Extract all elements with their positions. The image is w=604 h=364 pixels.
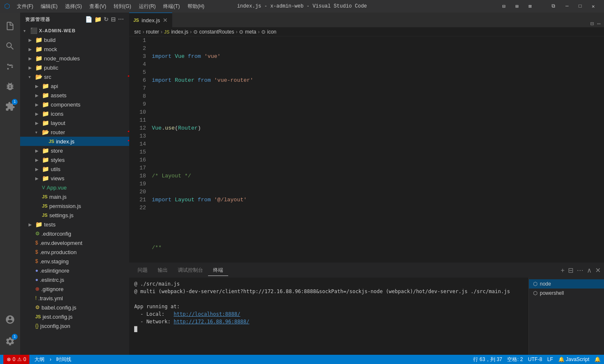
tree-item-components[interactable]: ▶ 📁 components bbox=[20, 100, 129, 109]
breadcrumb-router[interactable]: router bbox=[146, 29, 159, 35]
breadcrumb-icon[interactable]: icon bbox=[267, 29, 276, 35]
menu-selection[interactable]: 选择(S) bbox=[62, 2, 85, 11]
add-terminal-icon[interactable]: + bbox=[561, 267, 565, 274]
menu-view[interactable]: 查看(V) bbox=[86, 2, 109, 11]
close-panel-icon[interactable]: ✕ bbox=[595, 266, 601, 274]
activity-files[interactable] bbox=[0, 16, 20, 36]
more-terminal-icon[interactable]: ⋯ bbox=[577, 266, 583, 274]
close-button[interactable]: ✕ bbox=[587, 2, 600, 11]
status-timeline[interactable]: 时间线 bbox=[56, 356, 71, 363]
tree-item-env-staging[interactable]: ▶ $ .env.staging bbox=[20, 257, 129, 266]
folder-icon: 📁 bbox=[35, 36, 42, 43]
activity-extensions[interactable]: 1 bbox=[0, 96, 20, 117]
terminal-instance-powershell[interactable]: ⬡ powershell bbox=[529, 289, 604, 298]
tree-project-root[interactable]: ▾ ⬛ X-ADMIN-WEB bbox=[20, 26, 129, 35]
activity-debug[interactable] bbox=[0, 76, 20, 96]
status-encoding[interactable]: UTF-8 bbox=[528, 356, 542, 362]
activity-settings[interactable]: 1 bbox=[0, 331, 20, 351]
status-spaces[interactable]: 空格: 2 bbox=[507, 356, 523, 363]
status-position[interactable]: 行 63，列 37 bbox=[473, 356, 502, 363]
tree-item-gitignore[interactable]: ▶ ⊗ .gitignore bbox=[20, 284, 129, 294]
tree-item-jsconfig[interactable]: ▶ {} jsconfig.json bbox=[20, 321, 129, 330]
tree-item-node-modules[interactable]: ▶ 📁 node_modules bbox=[20, 54, 129, 63]
menu-help[interactable]: 帮助(H) bbox=[184, 2, 208, 11]
tree-label: jest.config.js bbox=[42, 314, 73, 320]
status-errors[interactable]: ⊗ 0 ⚠ 0 bbox=[3, 355, 29, 364]
split-editor-icon[interactable]: ⊟ bbox=[590, 20, 594, 27]
status-language[interactable]: 🔔 JavaScript bbox=[558, 356, 589, 362]
tree-item-settings-js[interactable]: ▶ JS settings.js bbox=[20, 211, 129, 220]
terminal-tab-problems[interactable]: 问题 bbox=[133, 265, 153, 276]
tree-item-store[interactable]: ▶ 📁 store bbox=[20, 146, 129, 155]
tree-item-api[interactable]: ▶ 📁 api bbox=[20, 81, 129, 91]
tree-item-public[interactable]: ▶ 📁 public bbox=[20, 63, 129, 72]
local-link[interactable]: http://localhost:8888/ bbox=[174, 311, 240, 317]
tree-item-eslintignore[interactable]: ▶ ● .eslintignore bbox=[20, 266, 129, 275]
tree-item-eslintrc[interactable]: ▶ ● .eslintrc.js bbox=[20, 275, 129, 284]
tree-item-travis[interactable]: ▶ ! .travis.yml bbox=[20, 294, 129, 303]
status-notifications[interactable]: 🔔 bbox=[594, 356, 601, 362]
terminal-tab-terminal[interactable]: 终端 bbox=[208, 265, 228, 276]
tree-arrow: ▶ bbox=[35, 93, 42, 98]
maximize-icon[interactable]: ⧉ bbox=[547, 2, 560, 11]
tree-label: tests bbox=[44, 221, 55, 228]
terminal-instance-node[interactable]: ⬡ node bbox=[529, 279, 604, 289]
tree-item-tests[interactable]: ▶ 📁 tests bbox=[20, 220, 129, 229]
menu-file[interactable]: 文件(F) bbox=[13, 2, 36, 11]
grid-icon[interactable]: ⊠ bbox=[523, 2, 536, 11]
terminal-tab-debug[interactable]: 调试控制台 bbox=[173, 265, 208, 276]
terminal-tab-output[interactable]: 输出 bbox=[153, 265, 173, 276]
new-file-icon[interactable]: 📄 bbox=[85, 16, 93, 23]
tab-index-js[interactable]: JS index.js ✕ bbox=[129, 13, 172, 27]
split-terminal-icon[interactable]: ⊟ bbox=[568, 266, 573, 274]
activity-search[interactable] bbox=[0, 36, 20, 56]
tree-item-router[interactable]: ▾ 📂 router ➤ bbox=[20, 127, 129, 137]
tree-item-app-vue[interactable]: ▶ V App.vue bbox=[20, 183, 129, 192]
minimize-button[interactable]: — bbox=[560, 2, 573, 11]
activity-account[interactable] bbox=[0, 309, 20, 330]
tree-item-permission-js[interactable]: ▶ JS permission.js bbox=[20, 201, 129, 211]
tree-item-env-dev[interactable]: ▶ $ .env.development bbox=[20, 238, 129, 247]
tree-label: .travis.yml bbox=[38, 295, 63, 302]
new-folder-icon[interactable]: 📁 bbox=[94, 16, 102, 23]
refresh-icon[interactable]: ↻ bbox=[104, 16, 109, 23]
tree-item-icons[interactable]: ▶ 📁 icons bbox=[20, 109, 129, 118]
tree-item-views[interactable]: ▶ 📁 views bbox=[20, 174, 129, 183]
split-icon[interactable]: ⊞ bbox=[510, 2, 523, 11]
tree-item-assets[interactable]: ▶ 📁 assets bbox=[20, 91, 129, 100]
breadcrumb-meta[interactable]: meta bbox=[245, 29, 256, 35]
activity-source-control[interactable] bbox=[0, 56, 20, 76]
tree-item-env-prod[interactable]: ▶ $ .env.production bbox=[20, 247, 129, 257]
maximize-panel-icon[interactable]: ∧ bbox=[587, 266, 592, 274]
tree-item-editorconfig[interactable]: ▶ ⚙ .editorconfig bbox=[20, 229, 129, 238]
tree-item-mock[interactable]: ▶ 📁 mock bbox=[20, 44, 129, 54]
tree-item-build[interactable]: ▶ 📁 build bbox=[20, 35, 129, 44]
tree-item-utils[interactable]: ▶ 📁 utils bbox=[20, 164, 129, 174]
titlebar: ⬡ 文件(F) 编辑(E) 选择(S) 查看(V) 转到(G) 运行(R) 终端… bbox=[0, 0, 604, 13]
tree-item-styles[interactable]: ▶ 📁 styles bbox=[20, 155, 129, 164]
tree-item-main-js[interactable]: ▶ JS main.js bbox=[20, 192, 129, 201]
menu-run[interactable]: 运行(R) bbox=[135, 2, 159, 11]
breadcrumb-src[interactable]: src bbox=[134, 29, 141, 35]
tree-item-index-js[interactable]: ▶ JS index.js ➤ bbox=[20, 137, 129, 146]
network-link[interactable]: http://172.16.88.96:8888/ bbox=[174, 319, 250, 325]
tree-item-layout[interactable]: ▶ 📁 layout bbox=[20, 118, 129, 127]
layout-icon[interactable]: ⊟ bbox=[497, 2, 510, 11]
breadcrumb-file[interactable]: index.js bbox=[171, 29, 188, 35]
menu-terminal[interactable]: 终端(T) bbox=[160, 2, 183, 11]
status-outline[interactable]: 大纲 bbox=[34, 356, 44, 363]
tree-item-babel[interactable]: ▶ ⚙ babel.config.js bbox=[20, 303, 129, 312]
menu-goto[interactable]: 转到(G) bbox=[110, 2, 134, 11]
restore-button[interactable]: □ bbox=[574, 2, 587, 11]
collapse-icon[interactable]: ⊟ bbox=[111, 16, 116, 23]
tab-close-button[interactable]: ✕ bbox=[163, 17, 168, 23]
terminal-main[interactable]: @ ./src/main.js @ multi (webpack)-dev-se… bbox=[129, 278, 528, 355]
tree-item-jest[interactable]: ▶ JS jest.config.js bbox=[20, 312, 129, 321]
menu-edit[interactable]: 编辑(E) bbox=[37, 2, 61, 11]
more-icon[interactable]: ⋯ bbox=[118, 16, 124, 23]
breadcrumb-constant-routes[interactable]: constantRoutes bbox=[199, 29, 234, 35]
status-line-ending[interactable]: LF bbox=[547, 356, 553, 362]
tree-item-src[interactable]: ▾ 📂 src ➤ bbox=[20, 72, 129, 81]
code-editor[interactable]: 12345 678910 1112131415 1617181920 2122 … bbox=[129, 36, 604, 263]
more-actions-icon[interactable]: ⋯ bbox=[597, 20, 601, 27]
